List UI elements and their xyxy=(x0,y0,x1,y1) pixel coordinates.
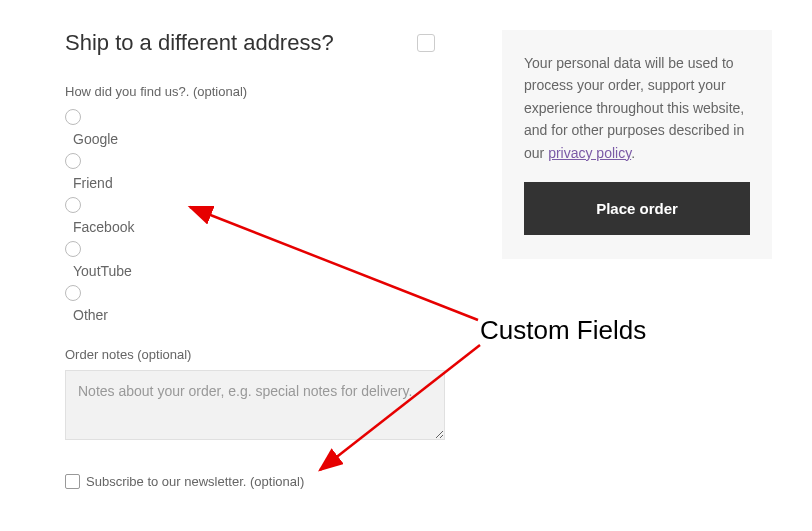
how-find-us-label: How did you find us?. (optional) xyxy=(65,84,445,99)
radio-facebook-label: Facebook xyxy=(73,219,445,235)
order-notes-textarea[interactable] xyxy=(65,370,445,440)
radio-friend-label: Friend xyxy=(73,175,445,191)
privacy-text-suffix: . xyxy=(631,145,635,161)
subscribe-newsletter-label: Subscribe to our newsletter. (optional) xyxy=(86,474,304,489)
radio-google-label: Google xyxy=(73,131,445,147)
annotation-custom-fields: Custom Fields xyxy=(480,315,646,346)
ship-different-address-heading: Ship to a different address? xyxy=(65,30,334,56)
ship-different-address-checkbox[interactable] xyxy=(417,34,435,52)
how-find-us-radio-group: Google Friend Facebook YoutTube Other xyxy=(65,107,445,323)
radio-facebook[interactable] xyxy=(65,197,81,213)
radio-friend[interactable] xyxy=(65,153,81,169)
privacy-text: Your personal data will be used to proce… xyxy=(524,52,750,164)
radio-other-label: Other xyxy=(73,307,445,323)
radio-google[interactable] xyxy=(65,109,81,125)
radio-youtube[interactable] xyxy=(65,241,81,257)
order-notes-label: Order notes (optional) xyxy=(65,347,445,362)
radio-other[interactable] xyxy=(65,285,81,301)
subscribe-newsletter-checkbox[interactable] xyxy=(65,474,80,489)
privacy-box: Your personal data will be used to proce… xyxy=(502,30,772,259)
privacy-policy-link[interactable]: privacy policy xyxy=(548,145,631,161)
radio-youtube-label: YoutTube xyxy=(73,263,445,279)
place-order-button[interactable]: Place order xyxy=(524,182,750,235)
